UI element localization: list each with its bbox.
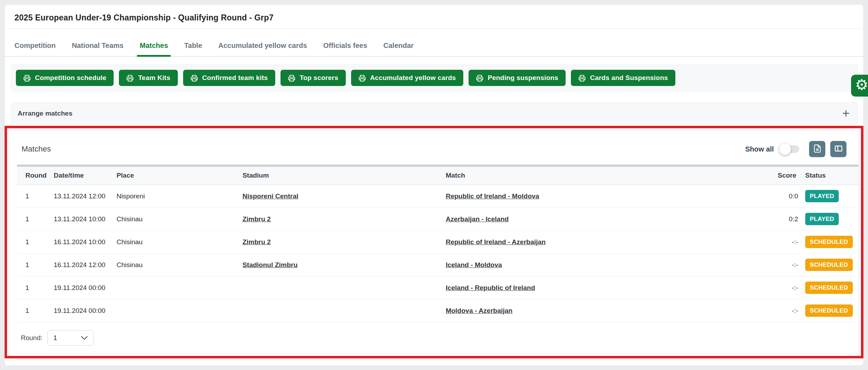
match-row: 1 19.11.2024 00:00 Iceland - Republic of… [17, 276, 859, 299]
competition-schedule-print-button[interactable]: Competition schedule [16, 70, 114, 86]
printer-icon [191, 74, 198, 82]
stadium-link[interactable]: Nisporeni Central [242, 192, 298, 200]
matches-panel-header: Matches Show all [10, 131, 858, 165]
gear-icon: ⚙ [855, 78, 868, 92]
cards-and-suspensions-print-button[interactable]: Cards and Suspensions [571, 70, 675, 86]
button-label: Accumulated yellow cards [370, 74, 456, 82]
title-divider [5, 29, 863, 29]
arrange-matches-title: Arrange matches [18, 110, 72, 117]
file-export-icon [813, 144, 822, 154]
round-filter-label: Round: [21, 334, 42, 342]
round-cell: 1 [17, 208, 50, 230]
status-badge: SCHEDULED [805, 236, 853, 248]
tab-national-teams[interactable]: National Teams [72, 35, 123, 56]
plus-icon[interactable]: + [842, 107, 850, 120]
settings-gear-button[interactable]: ⚙ [851, 75, 868, 97]
datetime-cell: 13.11.2024 10:00 [50, 208, 113, 230]
round-cell: 1 [17, 253, 50, 276]
match-link[interactable]: Iceland - Republic of Ireland [446, 284, 535, 291]
round-cell: 1 [17, 230, 50, 253]
column-header-round: Round [17, 166, 50, 185]
datetime-cell: 16.11.2024 12:00 [50, 253, 113, 276]
confirmed-team-kits-print-button[interactable]: Confirmed team kits [183, 70, 275, 86]
main-card: 2025 European Under-19 Championship - Qu… [4, 4, 864, 366]
button-label: Cards and Suspensions [590, 74, 668, 82]
place-cell: Chisinau [113, 208, 239, 230]
match-link[interactable]: Iceland - Moldova [446, 261, 502, 269]
column-header-match: Match [442, 166, 774, 185]
toggle-knob [779, 143, 791, 155]
score-cell: -:- [774, 299, 802, 322]
datetime-cell: 13.11.2024 12:00 [50, 185, 113, 208]
matches-panel-title: Matches [22, 144, 51, 154]
tab-bar: Competition National Teams Matches Table… [5, 35, 863, 57]
pending-suspensions-print-button[interactable]: Pending suspensions [469, 70, 566, 86]
print-actions-bar: Competition schedule Team Kits Confirmed… [11, 64, 858, 91]
round-select[interactable]: 1 [47, 330, 94, 346]
printer-icon [288, 74, 295, 82]
column-header-status: Status [802, 166, 859, 185]
button-label: Pending suspensions [488, 74, 558, 82]
status-badge: SCHEDULED [805, 259, 853, 271]
datetime-cell: 19.11.2024 00:00 [50, 299, 113, 322]
place-cell [113, 276, 239, 299]
tab-calendar[interactable]: Calendar [384, 35, 414, 56]
tab-matches[interactable]: Matches [140, 35, 168, 56]
tab-table[interactable]: Table [184, 35, 202, 56]
printer-icon [126, 74, 134, 82]
score-cell: -:- [774, 230, 802, 253]
score-cell: -:- [774, 276, 802, 299]
status-badge: SCHEDULED [805, 304, 853, 317]
status-badge: PLAYED [805, 213, 839, 225]
place-cell: Chisinau [113, 230, 239, 253]
column-header-place: Place [113, 166, 239, 185]
stadium-link[interactable]: Stadionul Zimbru [242, 261, 297, 269]
tab-accumulated-yellow-cards[interactable]: Accumulated yellow cards [218, 35, 307, 56]
arrange-matches-section-header[interactable]: Arrange matches + [11, 102, 858, 125]
matches-panel-controls: Show all [745, 141, 846, 157]
stadium-link[interactable]: Zimbru 2 [242, 238, 271, 246]
team-kits-print-button[interactable]: Team Kits [119, 70, 177, 86]
show-all-toggle[interactable] [780, 145, 799, 153]
match-link[interactable]: Republic of Ireland - Moldova [446, 192, 539, 200]
round-select-value: 1 [53, 334, 57, 342]
printer-icon [578, 74, 586, 82]
printer-icon [476, 74, 483, 82]
status-badge: PLAYED [805, 190, 839, 202]
top-scorers-print-button[interactable]: Top scorers [281, 70, 346, 86]
match-row: 1 16.11.2024 12:00 Chisinau Stadionul Zi… [17, 253, 859, 276]
match-row: 1 13.11.2024 12:00 Nisporeni Nisporeni C… [17, 185, 859, 208]
stadium-link[interactable]: Zimbru 2 [242, 215, 271, 223]
column-header-datetime: Date/time [50, 166, 113, 185]
status-badge: SCHEDULED [805, 282, 853, 294]
accumulated-yellow-cards-print-button[interactable]: Accumulated yellow cards [351, 70, 463, 86]
tab-competition[interactable]: Competition [14, 35, 56, 56]
button-label: Confirmed team kits [202, 74, 268, 82]
column-header-score: Score [774, 166, 802, 185]
place-cell [113, 299, 239, 322]
datetime-cell: 19.11.2024 00:00 [50, 276, 113, 299]
highlight-red-border: Matches Show all [5, 126, 863, 358]
button-label: Top scorers [300, 74, 338, 82]
round-cell: 1 [17, 276, 50, 299]
columns-icon [834, 144, 843, 154]
columns-settings-button[interactable] [830, 141, 846, 157]
round-cell: 1 [17, 299, 50, 322]
score-cell: 0:2 [774, 208, 802, 230]
export-excel-button[interactable] [809, 141, 825, 157]
match-link[interactable]: Moldova - Azerbaijan [446, 307, 512, 314]
round-cell: 1 [17, 185, 50, 208]
place-cell: Chisinau [113, 253, 239, 276]
printer-icon [358, 74, 366, 82]
match-link[interactable]: Republic of Ireland - Azerbaijan [446, 238, 545, 246]
score-cell: 0:0 [774, 185, 802, 208]
place-cell: Nisporeni [113, 185, 239, 208]
show-all-label: Show all [745, 145, 774, 153]
button-label: Team Kits [138, 74, 170, 82]
page-title: 2025 European Under-19 Championship - Qu… [14, 13, 273, 23]
datetime-cell: 16.11.2024 10:00 [50, 230, 113, 253]
chevron-down-icon [81, 334, 88, 342]
tab-officials-fees[interactable]: Officials fees [323, 35, 367, 56]
match-link[interactable]: Azerbaijan - Iceland [446, 215, 508, 223]
matches-table: Round Date/time Place Stadium Match Scor… [17, 165, 859, 322]
